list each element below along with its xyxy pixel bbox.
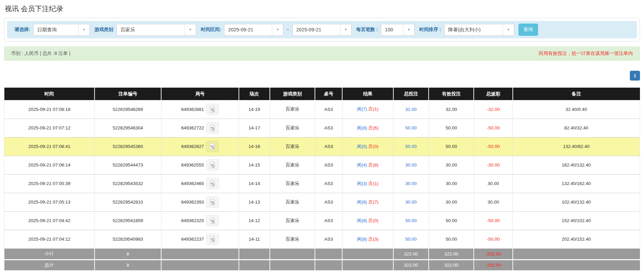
cell-round: 649362722	[161, 119, 239, 137]
cell-note: 162.40/132.40	[513, 156, 640, 174]
cell-note: 152.40/102.40	[513, 211, 640, 230]
total-valid-bet: 322.00	[429, 260, 474, 271]
video-replay-button[interactable]	[206, 159, 219, 171]
cell-total-bet[interactable]: 32.00	[393, 100, 429, 119]
video-replay-button[interactable]	[206, 215, 219, 226]
cell-table-no: AS3	[315, 119, 342, 137]
chevron-down-icon[interactable]: ▼	[403, 24, 414, 35]
cell-valid-bet: 30.00	[429, 174, 474, 193]
chevron-down-icon[interactable]: ▼	[185, 24, 196, 35]
cell-session: 14-15	[239, 156, 270, 174]
cell-bet-id: 522829548269	[95, 100, 161, 119]
cell-valid-bet: 30.00	[429, 193, 474, 211]
sort-label: 时间排序 :	[419, 27, 441, 33]
video-replay-button[interactable]	[206, 196, 219, 208]
video-replay-button[interactable]	[206, 178, 219, 189]
cell-bet-id: 522829541859	[95, 211, 161, 230]
search-button[interactable]: 查询	[518, 24, 538, 36]
cell-total-bet[interactable]: 50.00	[393, 211, 429, 230]
query-type-select[interactable]: 日期查询 ▼	[33, 24, 90, 36]
table-row: 2025-09-21 07:08:18522829548269649362881…	[4, 100, 640, 119]
cell-table-no: AS3	[315, 174, 342, 193]
cell-bet-id: 522829542810	[95, 193, 161, 211]
cell-valid-bet: 50.00	[429, 119, 474, 137]
summary-currency-count: 币别 : 人民币 | 总共 :8 注单 |	[11, 51, 70, 57]
cell-total-bet[interactable]: 30.00	[393, 193, 429, 211]
video-replay-button[interactable]	[206, 104, 219, 115]
table-row: 2025-09-21 07:05:13522829542810649362393…	[4, 193, 640, 211]
result-banker: 庄(3)	[368, 237, 379, 242]
cell-game-type: 百家乐	[270, 193, 315, 211]
filter-bar: 请选择: 日期查询 ▼ 游戏类别 百家乐 ▼ 时间区间: 2025-09-21 …	[7, 21, 637, 38]
filter-panel: 请选择: 日期查询 ▼ 游戏类别 百家乐 ▼ 时间区间: 2025-09-21 …	[4, 18, 640, 41]
cell-total-bet[interactable]: 30.00	[393, 156, 429, 174]
cell-time: 2025-09-21 07:08:18	[4, 100, 95, 119]
total-count: 8	[95, 260, 161, 271]
table-row: 2025-09-21 07:04:42522829541859649362325…	[4, 211, 640, 230]
cell-round: 649362627	[161, 137, 239, 156]
result-player: 闲(7)	[357, 107, 367, 112]
cell-note: 202.40/152.40	[513, 230, 640, 248]
header-5: 桌号	[315, 88, 342, 100]
cell-table-no: AS3	[315, 100, 342, 119]
page-size-label: 每页笔数 :	[356, 27, 378, 33]
cell-round: 649362237	[161, 230, 239, 248]
result-banker: 庄(0)	[368, 218, 379, 223]
cell-session: 14-14	[239, 174, 270, 193]
cell-session: 14-17	[239, 119, 270, 137]
cell-result: 闲(8) 庄(7)	[342, 193, 393, 211]
cell-result: 闲(8) 庄(0)	[342, 211, 393, 230]
table-row: 2025-09-21 07:06:14522829544473649362555…	[4, 156, 640, 174]
subtotal-count: 8	[95, 248, 161, 260]
round-number: 649362393	[181, 200, 204, 205]
round-number: 649362722	[181, 125, 204, 130]
subtotal-payout: -202.00	[474, 248, 512, 260]
cell-time: 2025-09-21 07:06:41	[4, 137, 95, 156]
date-to-value: 2025-09-21	[293, 24, 340, 35]
date-to-select[interactable]: 2025-09-21 ▼	[292, 24, 352, 36]
game-type-select[interactable]: 百家乐 ▼	[116, 24, 196, 36]
table-row: 2025-09-21 07:07:12522829546304649362722…	[4, 119, 640, 137]
cell-payout: 30.00	[474, 193, 512, 211]
total-payout: -202.00	[474, 260, 512, 271]
chevron-down-icon[interactable]: ▼	[503, 24, 514, 35]
chevron-down-icon[interactable]: ▼	[272, 24, 283, 35]
sort-select[interactable]: 降幂(由大到小) ▼	[444, 24, 514, 36]
video-replay-button[interactable]	[206, 234, 219, 245]
subtotal-row: 小计 8 322.00 322.00 -202.00	[4, 248, 640, 260]
cell-bet-id: 522829545360	[95, 137, 161, 156]
date-from-select[interactable]: 2025-09-21 ▼	[224, 24, 283, 36]
page-size-select[interactable]: 100 ▼	[381, 24, 415, 36]
cell-total-bet[interactable]: 50.00	[393, 137, 429, 156]
cell-total-bet[interactable]: 30.00	[393, 174, 429, 193]
cell-time: 2025-09-21 07:04:42	[4, 211, 95, 230]
header-8: 有效投注	[429, 88, 474, 100]
page-button-1[interactable]: 1	[630, 71, 640, 81]
cell-table-no: AS3	[315, 230, 342, 248]
header-1: 注单编号	[95, 88, 161, 100]
result-player: 闲(8)	[357, 218, 367, 223]
date-from-value: 2025-09-21	[224, 24, 272, 35]
total-total-bet: 322.00	[393, 260, 429, 271]
chevron-down-icon[interactable]: ▼	[340, 24, 351, 35]
cell-session: 14-19	[239, 100, 270, 119]
video-file-icon	[209, 199, 216, 206]
cell-note: 32.40/0.40	[513, 100, 640, 119]
result-player: 闲(8)	[357, 237, 367, 242]
chevron-down-icon[interactable]: ▼	[78, 24, 90, 35]
result-banker: 庄(0)	[368, 144, 379, 149]
cell-total-bet[interactable]: 50.00	[393, 230, 429, 248]
cell-game-type: 百家乐	[270, 230, 315, 248]
cell-game-type: 百家乐	[270, 156, 315, 174]
header-4: 游戏类别	[270, 88, 315, 100]
video-replay-button[interactable]	[206, 141, 219, 152]
cell-total-bet[interactable]: 50.00	[393, 119, 429, 137]
cell-payout: 30.00	[474, 174, 512, 193]
cell-game-type: 百家乐	[270, 100, 315, 119]
result-player: 闲(3)	[357, 181, 367, 186]
result-banker: 庄(6)	[368, 125, 379, 130]
header-7: 总投注	[393, 88, 429, 100]
header-3: 场次	[239, 88, 270, 100]
video-replay-button[interactable]	[206, 122, 219, 133]
cell-time: 2025-09-21 07:07:12	[4, 119, 95, 137]
